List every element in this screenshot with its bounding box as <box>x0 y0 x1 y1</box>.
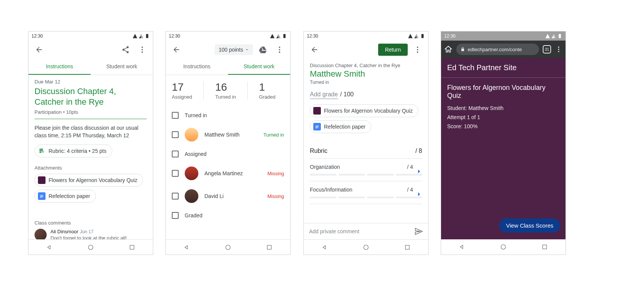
section-assigned: Assigned <box>166 146 290 162</box>
rubric-scale[interactable] <box>310 174 422 176</box>
criterion[interactable]: Organization / 4 <box>310 159 422 181</box>
submission-status: Turned in <box>310 80 422 85</box>
attachment-doc[interactable]: Refelection paper <box>310 120 371 133</box>
nav-home-icon[interactable] <box>500 244 507 250</box>
tabs-count[interactable]: 31 <box>543 45 551 53</box>
status-bar: 12:30 <box>441 31 565 41</box>
svg-point-25 <box>558 47 559 48</box>
svg-rect-20 <box>316 127 319 127</box>
criterion[interactable]: Focus/Information / 4 <box>310 181 422 204</box>
student-name: Matthew Smith <box>310 69 422 79</box>
svg-rect-8 <box>130 245 134 249</box>
tab-instructions[interactable]: Instructions <box>166 59 228 75</box>
status-time: 12:30 <box>307 33 318 39</box>
back-icon[interactable] <box>32 43 46 57</box>
tab-student-work[interactable]: Student work <box>91 59 153 75</box>
chevron-right-icon[interactable] <box>415 190 423 200</box>
attachment-label: Flowers for Algernon Vocabulary Quiz <box>49 177 137 183</box>
nav-home-icon[interactable] <box>87 244 94 251</box>
comment-date: Jun 17 <box>80 229 94 234</box>
criterion-name: Focus/Information <box>310 187 352 193</box>
more-icon[interactable] <box>555 46 562 53</box>
view-class-scores-button[interactable]: View Class Scores <box>499 218 560 233</box>
rubric-label: Rubric <box>310 148 327 154</box>
stat-number: 1 <box>259 81 275 93</box>
svg-rect-23 <box>405 245 410 249</box>
status-badge: Missing <box>267 171 284 176</box>
chevron-right-icon[interactable] <box>415 168 423 177</box>
attachment-quiz[interactable]: Flowers for Algernon Vocabulary Quiz <box>35 174 143 187</box>
share-icon[interactable] <box>119 43 132 57</box>
return-button[interactable]: Return <box>378 44 408 56</box>
status-icons <box>408 33 425 39</box>
private-comment-input[interactable]: Add private comment <box>304 223 428 239</box>
checkbox[interactable] <box>172 112 179 119</box>
phone-partner-site: 12:30 edtechpartner.com/conte 31 Ed Tech… <box>441 31 566 255</box>
checkbox[interactable] <box>172 212 179 219</box>
nav-recents-icon[interactable] <box>541 244 548 250</box>
stat-graded[interactable]: 1 Graded <box>259 81 287 100</box>
more-icon[interactable] <box>135 43 149 57</box>
checkbox[interactable] <box>172 131 179 138</box>
send-icon[interactable] <box>415 227 423 236</box>
svg-point-16 <box>417 47 418 48</box>
app-bar: 100 points <box>166 41 290 59</box>
nav-home-icon[interactable] <box>225 244 231 251</box>
attachment-label: Flowers for Algernon Vocabulary Quiz <box>324 108 413 114</box>
nav-recents-icon[interactable] <box>129 244 135 251</box>
section-label: Turned in <box>185 112 207 118</box>
rubric-chip[interactable]: Rubric: 4 criteria • 25 pts <box>35 145 112 157</box>
svg-point-12 <box>279 52 280 53</box>
tab-student-work[interactable]: Student work <box>228 59 290 75</box>
checkbox[interactable] <box>172 170 179 177</box>
nav-back-icon[interactable] <box>183 244 190 251</box>
phone-student-work-list: 12:30 100 points Instructions Student wo… <box>165 31 291 255</box>
nav-recents-icon[interactable] <box>266 244 273 251</box>
back-icon[interactable] <box>308 43 321 57</box>
avatar <box>185 189 198 203</box>
status-time: 12:30 <box>444 33 456 39</box>
section-label: Graded <box>185 212 203 218</box>
rubric-scale[interactable] <box>310 196 422 198</box>
svg-rect-29 <box>543 245 547 249</box>
attachment-label: Refelection paper <box>49 193 90 199</box>
checkbox[interactable] <box>172 151 179 157</box>
quiz-icon <box>38 176 46 184</box>
attachment-quiz[interactable]: Flowers for Algernon Vocabulary Quiz <box>310 104 418 117</box>
url-bar[interactable]: edtechpartner.com/conte <box>456 44 539 55</box>
doc-icon <box>313 123 321 130</box>
tab-instructions[interactable]: Instructions <box>28 59 91 75</box>
drive-icon[interactable] <box>256 43 270 57</box>
more-icon[interactable] <box>273 43 286 57</box>
grade-input[interactable]: Add grade <box>310 91 338 99</box>
nav-back-icon[interactable] <box>46 244 53 251</box>
stat-number: 17 <box>172 81 192 93</box>
nav-recents-icon[interactable] <box>404 244 411 251</box>
student-row[interactable]: Angela Martinez Missing <box>166 162 290 185</box>
stat-turned-in[interactable]: 16 Turned in <box>215 81 247 100</box>
stat-assigned[interactable]: 17 Assigned <box>172 81 204 100</box>
student-row[interactable]: David Li Missing <box>166 185 290 207</box>
phone-student-submission: 12:30 Return Discussion Chapter 4, Catch… <box>303 31 429 255</box>
svg-rect-19 <box>316 126 319 126</box>
rubric-chip-label: Rubric: 4 criteria • 25 pts <box>49 148 107 154</box>
svg-point-27 <box>558 51 559 52</box>
more-icon[interactable] <box>411 43 424 57</box>
svg-rect-24 <box>559 34 561 38</box>
home-icon[interactable] <box>444 45 452 53</box>
nav-back-icon[interactable] <box>321 244 328 251</box>
quiz-icon <box>313 107 321 115</box>
attachment-doc[interactable]: Refelection paper <box>35 190 96 203</box>
back-icon[interactable] <box>170 43 183 57</box>
nav-back-icon[interactable] <box>459 244 465 250</box>
nav-bar <box>166 239 290 255</box>
tabs: Instructions Student work <box>28 59 153 75</box>
comment: Ali DinsmoorJun 17 Don't forget to look … <box>35 229 147 239</box>
checkbox[interactable] <box>172 193 179 200</box>
assignment-description: Please join the class discussion at our … <box>35 124 147 139</box>
grade-max: / 100 <box>340 91 354 98</box>
nav-home-icon[interactable] <box>363 244 369 251</box>
points-dropdown[interactable]: 100 points <box>215 44 253 55</box>
svg-point-10 <box>279 47 280 48</box>
student-row[interactable]: Matthew Smith Turned in <box>166 123 290 146</box>
